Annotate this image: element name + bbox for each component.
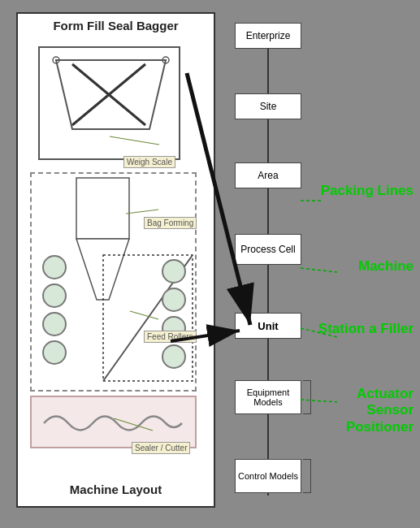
hier-box-site: Site	[235, 93, 301, 119]
hier-box-process-cell: Process Cell	[235, 234, 301, 265]
svg-point-16	[162, 345, 185, 368]
hier-box-enterprize: Enterprize	[235, 23, 301, 49]
machine-title: Form Fill Seal Bagger	[18, 14, 214, 36]
label-actuator: ActuatorSensorPositioner	[346, 386, 414, 435]
label-packing-lines: Packing Lines	[321, 183, 414, 199]
hier-box-control-models: Control Models	[235, 459, 301, 493]
bag-forming-label: Bag Forming	[144, 217, 197, 229]
machine-panel: Form Fill Seal Bagger Weigh Scale	[16, 12, 215, 508]
control-bracket	[303, 459, 311, 493]
svg-point-10	[43, 341, 66, 364]
svg-point-14	[162, 288, 185, 311]
svg-marker-0	[56, 60, 166, 129]
bag-forming-svg	[32, 174, 198, 393]
hier-box-equipment-models: Equipment Models	[235, 380, 301, 414]
weigh-scale-box	[38, 46, 180, 160]
machine-layout-label: Machine Layout	[18, 483, 214, 496]
sealer-cutter-box	[30, 396, 197, 448]
bag-forming-area	[30, 172, 197, 392]
weigh-scale-label: Weigh Scale	[123, 156, 175, 168]
svg-rect-5	[76, 178, 129, 239]
svg-point-9	[43, 313, 66, 335]
equipment-bracket	[303, 380, 311, 414]
weigh-scale-diagram	[40, 48, 182, 158]
svg-point-7	[43, 256, 66, 279]
feed-rollers-label: Feed Rollers	[144, 331, 197, 343]
svg-point-13	[162, 260, 185, 283]
hier-box-area: Area	[235, 162, 301, 188]
hier-box-unit: Unit	[235, 313, 301, 339]
svg-point-8	[43, 284, 66, 307]
label-machine: Machine	[358, 258, 414, 275]
label-station: Station a Filler	[318, 321, 414, 337]
sealer-cutter-label: Sealer / Cutter	[132, 442, 190, 454]
svg-line-21	[301, 268, 337, 272]
